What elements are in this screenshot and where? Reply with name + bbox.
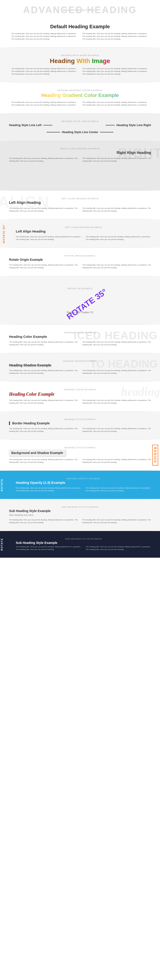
rotate-label-17: ROTATE	[0, 538, 3, 550]
section-default-heading: ADVANCED HEADING DEFAULT HEADING EXAMPLE…	[0, 0, 160, 47]
body-text-17b: The heading title, Here you can put the …	[86, 546, 151, 551]
sub-heading-title: Sub Heading Style Example	[9, 509, 151, 513]
body-text-10a: The heading title, Here you can put the …	[9, 341, 78, 346]
radius-label: RADIUS	[152, 445, 158, 466]
rotate35-container: ROTATE 35° Position X:20, Position Y:0	[9, 291, 151, 318]
section-label-9: ROTATE 35 EXAMPLE	[9, 288, 151, 290]
section-right-align: RIGHT RIGHT ALIGN HEADING EXAMPLE Right …	[0, 141, 160, 191]
body-text-16b: The heading title, Here you can put the …	[82, 519, 151, 524]
section-sub-heading: SUB HEADING STYLE EXAMPLE Sub Heading St…	[0, 499, 160, 531]
left-line-decoration	[43, 125, 52, 126]
line-center-group: Heading Style Line Center	[9, 130, 151, 134]
section-label-2: HEADING WITH IMAGE EXAMPLE	[11, 54, 149, 56]
body-text-17a: The heading title, Here you can put the …	[16, 546, 81, 551]
body-text-7a: The heading title, Here you can put the …	[16, 235, 81, 241]
advanced-heading-bg: ADVANCED HEADING	[23, 5, 137, 15]
body-text-8a: The heading title, Here you can put the …	[9, 264, 78, 269]
section-label-14: HEADING STYLE EXAMPLE	[9, 447, 151, 449]
section-rotate35: ROTATE 35 EXAMPLE ROTATE 35° Position X:…	[0, 276, 160, 325]
section-label-16: SUB HEADING STYLE EXAMPLE	[9, 506, 151, 508]
script-bg-heading: heading	[121, 385, 160, 398]
iced-heading-bg: ICED HEADING	[74, 329, 158, 342]
section-line-style: HEADING STYLE LINE EXAMPLE Heading Style…	[0, 113, 160, 140]
rotate-label-15: ROTATE	[0, 479, 3, 491]
center-line-right	[100, 132, 114, 132]
rotate90-label: ROTATE 90°	[3, 224, 5, 243]
body-text-12a: The heading title, Here you can put the …	[9, 399, 78, 404]
to-heading-bg: TO HEADING	[90, 358, 158, 370]
img-heading-word4: ge	[103, 57, 110, 64]
body-text-14a: The heading title, Here you can put the …	[9, 458, 78, 464]
line-center-heading: Heading Style Line Center	[62, 130, 98, 134]
left-bg-text: ALIGN	[0, 193, 49, 211]
line-right-heading: Heading Style Line Right	[116, 123, 151, 127]
dark-sub-heading-title: Sub Heading Style Example	[16, 541, 151, 544]
section-left-align: ALIGN LEFT ALIGN HEADING EXAMPLE Left Al…	[0, 191, 160, 219]
line-left-heading: Heading Style Line Left	[9, 123, 41, 127]
default-heading-title: Default Heading Example	[11, 24, 149, 30]
section-bg-shadow: RADIUS HEADING STYLE EXAMPLE Background …	[0, 440, 160, 471]
body-text-15a: The heading title, Here you can put the …	[16, 487, 81, 492]
line-right-group: Heading Style Line Right	[106, 123, 151, 127]
rotate90-heading: Left Align Heading	[16, 229, 151, 233]
body-text-6b: The heading title, Here you can put the …	[82, 207, 151, 212]
body-text-15b: The heading title, Here you can put the …	[86, 487, 151, 492]
lines-row: Heading Style Line Left Heading Style Li…	[9, 123, 151, 127]
section-label-15: HEADING OPACITY EXAMPLE	[16, 477, 151, 480]
body-text-11a: The heading title, Here you can put the …	[9, 369, 78, 375]
body-text-2b: The heading title, Here you can put the …	[82, 67, 149, 75]
section-heading-color: ICED HEADING HEADING COLOR EXAMPLE Headi…	[0, 325, 160, 353]
body-text-1b: The heading title, Here you can put the …	[82, 32, 149, 40]
body-text-14b: The heading title, Here you can put the …	[82, 458, 151, 464]
border-heading-title: Border Heading Example	[9, 422, 151, 425]
section-heading-shadow: TO HEADING HEADING SHADOW EXAMPLE Headin…	[0, 353, 160, 382]
section-label-13: HEADING STYLE EXAMPLE	[9, 418, 151, 420]
body-text-13a: The heading title, Here you can put the …	[9, 427, 78, 433]
right-line-decoration	[106, 125, 115, 126]
section-gradient-heading: HEADING GRADIENT COLOR EXAMPLE Heading G…	[0, 83, 160, 113]
gradient-heading-title: Heading Gradient Color Example	[11, 92, 149, 98]
rotate-origin-heading: Rotate Origin Example	[9, 258, 151, 261]
section-label-7: LEFT ALIGN HEADING EXAMPLE	[16, 226, 151, 228]
section-label-3: HEADING GRADIENT COLOR EXAMPLE	[11, 89, 149, 92]
body-text-7b: The heading title, Here you can put the …	[86, 235, 151, 241]
section-label-17: SUB HEADING STYLE EXAMPLE	[16, 538, 151, 540]
body-text-3b: The heading title, Here you can put the …	[82, 101, 149, 107]
right-bg-text: RIGHT	[118, 145, 160, 161]
sub-heading-subtitle: Sub heading text here	[9, 514, 151, 516]
body-text-16a: The heading title, Here you can put the …	[9, 519, 78, 524]
body-text-2a: The heading title, Here you can put the …	[11, 67, 78, 75]
section-opacity-heading: ROTATE HEADING OPACITY EXAMPLE Heading O…	[0, 471, 160, 499]
opacity-heading-title: Heading Opacity (1.5) Example	[16, 480, 151, 484]
img-heading-word3: Ima	[92, 57, 103, 64]
section-heading-image: HEADING WITH IMAGE EXAMPLE Heading With …	[0, 48, 160, 82]
body-text-1a: The heading title, Here you can put the …	[11, 32, 78, 40]
body-text-5a: The heading title, Here you can put the …	[9, 157, 78, 162]
bg-shadow-heading-title: Background and Shadow Example	[9, 450, 65, 456]
section-border-heading: HEADING STYLE EXAMPLE Border Heading Exa…	[0, 412, 160, 439]
body-text-3a: The heading title, Here you can put the …	[11, 101, 78, 107]
section-label-8: ROTATE ORIGIN EXAMPLE	[9, 255, 151, 257]
section-rotate-origin: TOP RIGHT ROTATE ORIGIN EXAMPLE Rotate O…	[0, 248, 160, 276]
section-label-4: HEADING STYLE LINE EXAMPLE	[9, 120, 151, 123]
body-text-8b: The heading title, Here you can put the …	[82, 264, 151, 269]
section-dark-sub-heading: ROTATE SUB HEADING STYLE EXAMPLE Sub Hea…	[0, 531, 160, 558]
image-heading-title: Heading With Image	[11, 57, 149, 65]
body-text-13b: The heading title, Here you can put the …	[82, 427, 151, 433]
img-heading-word1: Heading	[50, 57, 76, 64]
body-text-12b: The heading title, Here you can put the …	[82, 399, 151, 404]
line-left-group: Heading Style Line Left	[9, 123, 52, 127]
rotate35-text: ROTATE 35°	[65, 287, 109, 321]
section-rotate90: ROTATE 90° LEFT ALIGN HEADING EXAMPLE Le…	[0, 220, 160, 248]
center-line-left	[46, 132, 60, 132]
section-script-heading: heading HEADING COLOR EXAMPLE Heading Co…	[0, 382, 160, 411]
img-heading-word2: With	[76, 57, 92, 64]
